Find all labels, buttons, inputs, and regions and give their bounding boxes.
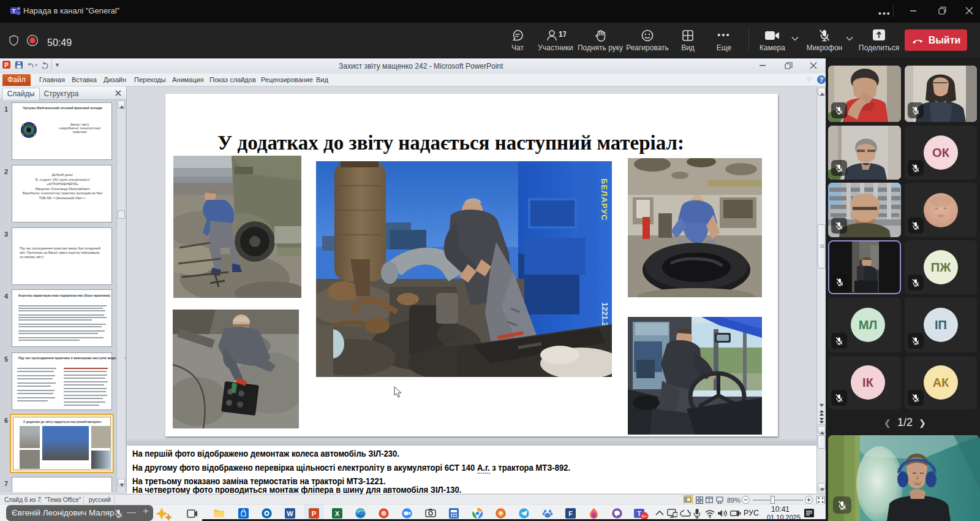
svg-text:?: ? <box>820 77 823 83</box>
svg-text:T: T <box>12 8 16 14</box>
svg-text:X: X <box>335 510 340 517</box>
svg-text:P: P <box>312 510 316 517</box>
svg-text:1221.2: 1221.2 <box>600 302 609 327</box>
svg-text:P: P <box>4 62 9 69</box>
svg-text:17: 17 <box>559 30 566 39</box>
svg-text:F: F <box>568 510 573 517</box>
svg-text:БЕЛАРУС: БЕЛАРУС <box>600 178 609 221</box>
svg-text:W: W <box>287 510 293 517</box>
svg-text:9+: 9+ <box>641 514 647 519</box>
